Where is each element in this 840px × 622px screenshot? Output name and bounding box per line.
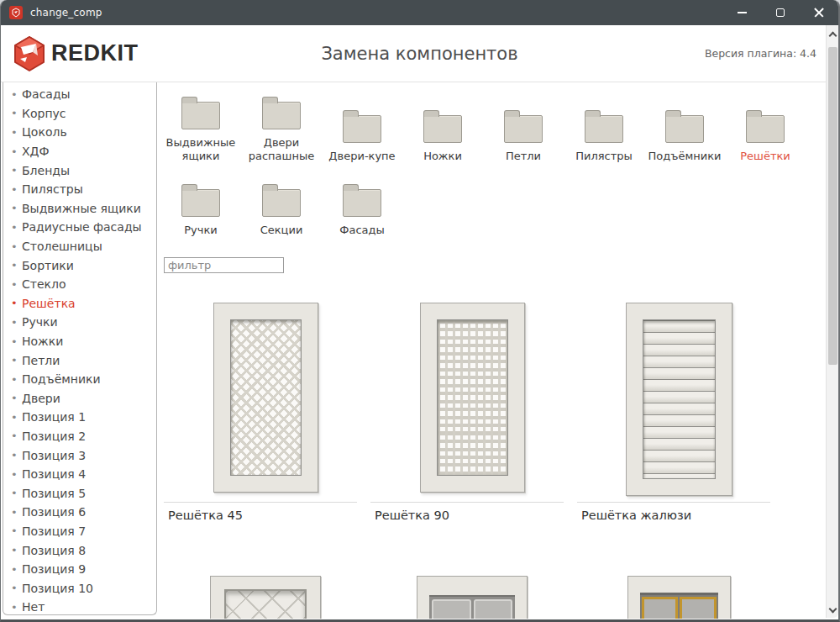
sidebar-item-Позиция 6[interactable]: •Позиция 6	[3, 503, 156, 522]
sidebar-item-Позиция 4[interactable]: •Позиция 4	[3, 465, 156, 484]
product-card[interactable]	[162, 561, 369, 619]
bullet-icon: •	[11, 563, 22, 576]
sidebar-item-Петли[interactable]: •Петли	[3, 351, 156, 370]
logo-wordmark: REDKIT	[51, 40, 139, 66]
sidebar-item-Ручки[interactable]: •Ручки	[3, 313, 156, 332]
folder-item[interactable]: Секции	[241, 173, 322, 237]
folder-label: Решётки	[740, 150, 790, 163]
sidebar-item-Радиусные фасады[interactable]: •Радиусные фасады	[3, 218, 156, 237]
folder-icon	[262, 189, 301, 217]
folder-icon	[504, 115, 543, 143]
folder-item[interactable]: Двери-купе	[322, 89, 402, 163]
bullet-icon: •	[11, 601, 22, 614]
folder-icon	[181, 102, 220, 129]
product-grid-row2	[162, 561, 822, 619]
sidebar-item-Выдвижные ящики[interactable]: •Выдвижные ящики	[3, 199, 156, 219]
sidebar-item-Позиция 7[interactable]: •Позиция 7	[3, 522, 156, 541]
sidebar-item-Позиция 2[interactable]: •Позиция 2	[3, 427, 156, 446]
folder-label: Петли	[506, 150, 541, 163]
sidebar-item-label: Цоколь	[22, 125, 67, 139]
scroll-down-icon[interactable]	[828, 605, 837, 614]
folder-icon	[585, 115, 623, 143]
product-panel-pattern	[230, 319, 302, 476]
bullet-icon: •	[11, 202, 22, 214]
sidebar-item-Двери[interactable]: •Двери	[3, 389, 156, 409]
bullet-icon: •	[11, 468, 22, 481]
sidebar-item-Пилястры[interactable]: •Пилястры	[3, 180, 156, 199]
product-card[interactable]	[369, 561, 575, 619]
product-grid: Решётка 45Решётка 90Решётка жалюзи	[162, 292, 822, 522]
bullet-icon: •	[11, 107, 22, 119]
sidebar-item-label: Фасады	[22, 87, 71, 101]
minimize-button[interactable]	[722, 0, 761, 25]
bullet-icon: •	[11, 373, 22, 386]
sidebar-item-Нет[interactable]: •Нет	[3, 598, 156, 615]
sidebar-item-label: Нет	[22, 600, 45, 614]
product-name: Решётка жалюзи	[577, 502, 770, 522]
sidebar-item-Позиция 10[interactable]: •Позиция 10	[3, 578, 156, 598]
filter-input[interactable]	[164, 257, 284, 273]
folder-item[interactable]: Решётки	[725, 89, 806, 163]
folder-label: Фасады	[339, 224, 385, 237]
folder-item[interactable]: Петли	[483, 89, 564, 163]
sidebar-item-label: Выдвижные ящики	[22, 202, 141, 215]
layout: •Фасады•Корпус•Цоколь•ХДФ•Бленды•Пилястр…	[1, 82, 838, 619]
scrollbar-thumb[interactable]	[828, 47, 837, 365]
folder-item[interactable]: Выдвижные ящики	[160, 89, 241, 163]
sidebar-item-Позиция 3[interactable]: •Позиция 3	[3, 445, 156, 465]
bullet-icon: •	[11, 316, 22, 329]
redkit-logo-icon	[13, 35, 46, 72]
sidebar-item-Позиция 9[interactable]: •Позиция 9	[3, 560, 156, 579]
folder-label: Двери-купе	[328, 150, 395, 163]
product-card[interactable]	[575, 561, 782, 619]
section-panel	[432, 599, 471, 619]
minimize-icon	[738, 12, 747, 13]
product-panel	[213, 303, 318, 493]
sidebar-item-label: Стекло	[22, 277, 66, 291]
folder-item[interactable]: Ножки	[402, 89, 483, 163]
sidebar-item-Позиция 1[interactable]: •Позиция 1	[3, 408, 156, 427]
sidebar-item-label: Ручки	[22, 315, 58, 329]
section-panel	[642, 597, 679, 619]
sidebar-item-Решётка[interactable]: •Решётка	[3, 294, 156, 314]
folder-item[interactable]: Двери распашные	[241, 89, 322, 163]
product-card[interactable]: Решётка жалюзи	[575, 292, 782, 522]
sidebar-item-label: Позиция 8	[22, 544, 86, 557]
bullet-icon: •	[11, 582, 22, 594]
scroll-up-icon[interactable]	[828, 32, 837, 40]
sidebar-item-label: Бортики	[22, 259, 74, 272]
folders-row-1: Выдвижные ящикиДвери распашныеДвери-купе…	[160, 89, 822, 163]
folder-item[interactable]: Фасады	[322, 173, 402, 237]
bullet-icon: •	[11, 544, 22, 556]
bullet-icon: •	[11, 354, 22, 366]
sidebar-item-label: Пилястры	[22, 182, 83, 196]
product-card[interactable]: Решётка 45	[162, 292, 369, 522]
sidebar-item-Корпус[interactable]: •Корпус	[3, 104, 156, 124]
sidebar-item-Ножки[interactable]: •Ножки	[3, 332, 156, 351]
folder-item[interactable]: Пилястры	[564, 89, 644, 163]
folder-icon	[423, 115, 462, 143]
sidebar-item-Подъёмники[interactable]: •Подъёмники	[3, 370, 156, 389]
close-button[interactable]	[800, 0, 838, 25]
bullet-icon: •	[11, 88, 22, 101]
sidebar-item-Столешницы[interactable]: •Столешницы	[3, 237, 156, 256]
sidebar-item-Бортики[interactable]: •Бортики	[3, 256, 156, 275]
sidebar-item-ХДФ[interactable]: •ХДФ	[3, 142, 156, 161]
folder-icon	[343, 115, 381, 143]
sidebar-item-Цоколь[interactable]: •Цоколь	[3, 123, 156, 142]
app-logo-icon	[9, 6, 23, 19]
product-card[interactable]: Решётка 90	[369, 292, 575, 522]
sidebar-item-Стекло[interactable]: •Стекло	[3, 275, 156, 294]
sidebar-item-Позиция 8[interactable]: •Позиция 8	[3, 540, 156, 560]
maximize-button[interactable]	[761, 0, 800, 25]
section-panel	[680, 597, 717, 619]
bullet-icon: •	[11, 297, 22, 309]
sidebar-item-Позиция 5[interactable]: •Позиция 5	[3, 483, 156, 503]
folder-icon	[262, 102, 301, 129]
scrollbar[interactable]	[826, 25, 838, 618]
sidebar-item-Фасады[interactable]: •Фасады	[3, 85, 156, 104]
sidebar-item-Бленды[interactable]: •Бленды	[3, 161, 156, 180]
folder-item[interactable]: Ручки	[160, 173, 241, 237]
bullet-icon: •	[11, 392, 22, 404]
folder-item[interactable]: Подъёмники	[644, 89, 725, 163]
